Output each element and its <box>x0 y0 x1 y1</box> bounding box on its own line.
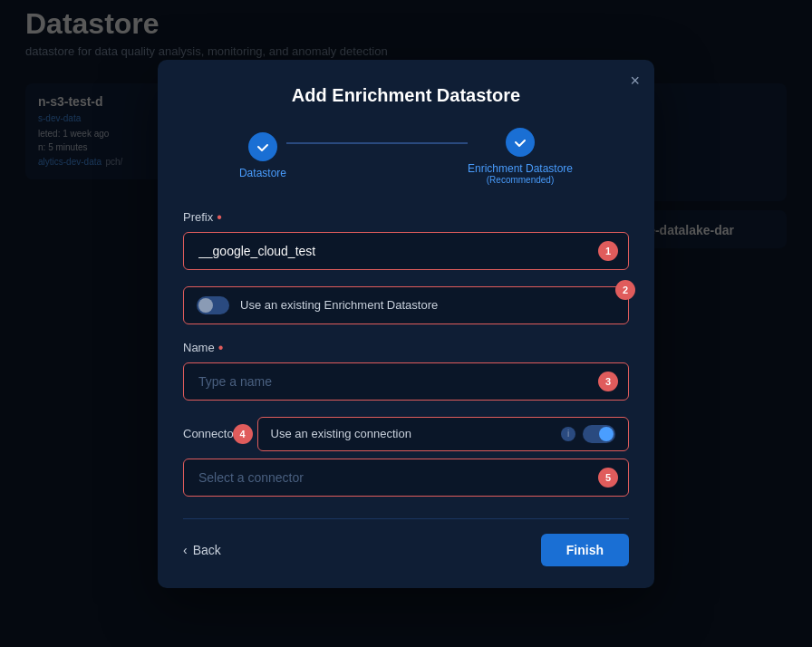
modal-title: Add Enrichment Datastore <box>183 85 629 106</box>
name-input[interactable] <box>183 362 629 401</box>
prefix-input[interactable] <box>183 232 629 270</box>
existing-connection-label: Use an existing connection <box>271 427 554 440</box>
step-2-circle <box>506 128 535 157</box>
prefix-required: • <box>217 210 222 225</box>
modal-dialog: × Add Enrichment Datastore Datastore <box>158 60 654 588</box>
close-button[interactable]: × <box>630 72 640 89</box>
name-label: Name • <box>183 341 629 355</box>
step-2-label: Enrichment Datastore <box>468 162 573 175</box>
modal-overlay: × Add Enrichment Datastore Datastore <box>0 0 812 647</box>
back-chevron-icon: ‹ <box>183 543 188 557</box>
connector-group: Connector • 4 Use an existing connection… <box>183 417 629 497</box>
toggle-switch[interactable] <box>197 296 229 314</box>
prefix-badge: 1 <box>598 241 618 261</box>
name-group: Name • 3 <box>183 341 629 401</box>
step-1-circle <box>248 132 277 161</box>
existing-connection-toggle-knob <box>599 427 614 441</box>
step-1-label: Datastore <box>239 167 286 179</box>
connector-select[interactable]: Select a connector <box>183 459 629 497</box>
select-badge: 5 <box>598 468 618 488</box>
toggle-group: Use an existing Enrichment Datastore 2 <box>183 286 629 324</box>
finish-button[interactable]: Finish <box>541 534 629 566</box>
step-2-sublabel: (Recommended) <box>487 175 554 185</box>
modal-footer: ‹ Back Finish <box>183 518 629 566</box>
toggle-knob <box>198 298 213 313</box>
prefix-label: Prefix • <box>183 210 629 225</box>
prefix-input-wrapper: 1 <box>183 232 629 270</box>
info-icon: i <box>561 427 575 441</box>
select-connector-wrapper: Select a connector ▼ 5 <box>183 459 629 497</box>
step-1: Datastore <box>239 132 286 179</box>
connector-badge: 4 <box>233 424 253 444</box>
connector-row: Connector • 4 Use an existing connection… <box>183 417 629 451</box>
name-required: • <box>218 341 224 355</box>
name-badge: 3 <box>598 372 618 391</box>
existing-connection-wrapper: 4 Use an existing connection i <box>257 417 629 451</box>
back-button[interactable]: ‹ Back <box>183 543 221 557</box>
toggle-badge: 2 <box>615 280 635 300</box>
stepper: Datastore Enrichment Datastore (Recommen… <box>183 128 629 185</box>
toggle-label: Use an existing Enrichment Datastore <box>240 298 438 312</box>
existing-connection-toggle[interactable] <box>583 425 615 443</box>
name-input-wrapper: 3 <box>183 362 629 401</box>
step-2: Enrichment Datastore (Recommended) <box>468 128 573 185</box>
prefix-group: Prefix • 1 <box>183 210 629 270</box>
step-line <box>286 142 468 144</box>
toggle-row[interactable]: Use an existing Enrichment Datastore 2 <box>183 286 629 324</box>
